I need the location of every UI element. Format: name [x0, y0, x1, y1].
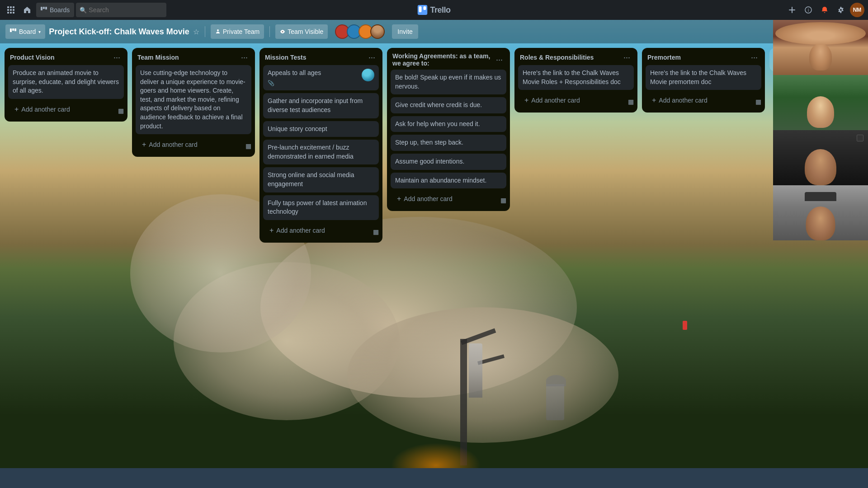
add-button[interactable]	[785, 3, 799, 17]
apps-button[interactable]	[4, 3, 18, 17]
template-button-working-agreements[interactable]: ▦	[499, 196, 508, 205]
template-button-roles[interactable]: ▦	[626, 97, 636, 106]
star-button[interactable]: ☆	[193, 28, 199, 36]
list-cards-mission-tests: Appeals to all ages 📎 Gather and incorpo…	[259, 65, 382, 223]
add-card-row-working-agreements: + Add another card ▦	[387, 191, 510, 211]
add-card-button-mission-tests[interactable]: + Add another card	[265, 224, 368, 238]
add-card-label: Add another card	[276, 227, 325, 234]
list-mission-tests: Mission Tests ··· Appeals to all ages 📎 …	[259, 48, 382, 243]
template-button-mission-tests[interactable]: ▦	[371, 227, 381, 236]
add-card-button-product-vision[interactable]: + Add another card	[10, 103, 113, 117]
board-dropdown-button[interactable]: Board ▾	[5, 24, 45, 39]
add-card-label: Add another card	[659, 97, 707, 104]
svg-rect-4	[10, 9, 12, 11]
template-button-product-vision[interactable]: ▦	[116, 106, 126, 115]
add-card-row-mission-tests: + Add another card ▦	[259, 223, 382, 243]
card-text: Unique story concept	[268, 125, 327, 132]
private-team-label: Private Team	[223, 28, 259, 35]
boards-button[interactable]: Boards	[36, 3, 74, 17]
card-roles-1[interactable]: Here's the link to the Chalk Waves Movie…	[518, 65, 634, 90]
list-cards-roles-responsibilities: Here's the link to the Chalk Waves Movie…	[514, 65, 637, 93]
list-menu-button-mission-tests[interactable]: ···	[367, 52, 377, 62]
add-card-row-roles: + Add another card ▦	[514, 93, 637, 113]
list-menu-button-roles-responsibilities[interactable]: ···	[622, 52, 632, 62]
card-mission-tests-2[interactable]: Gather and incorporate input from divers…	[263, 93, 379, 118]
list-menu-button-team-mission[interactable]: ···	[239, 52, 250, 62]
svg-rect-5	[13, 9, 14, 11]
card-working-agreements-5[interactable]: Assume good intentions.	[391, 154, 506, 170]
svg-rect-19	[12, 28, 14, 31]
board-content: Product Vision ··· Produce an animated m…	[0, 43, 868, 468]
svg-rect-11	[45, 7, 47, 9]
chevron-down-icon: ▾	[38, 29, 41, 34]
home-button[interactable]	[20, 3, 34, 17]
board-header: Board ▾ Project Kick-off: Chalk Waves Mo…	[0, 20, 868, 43]
card-product-vision-1[interactable]: Produce an animated movie to surprise, e…	[8, 65, 124, 99]
team-visible-button[interactable]: Team Visible	[275, 24, 328, 39]
user-avatar[interactable]: NM	[850, 3, 864, 17]
add-card-button-working-agreements[interactable]: + Add another card	[392, 192, 495, 206]
settings-button[interactable]	[834, 3, 848, 17]
card-working-agreements-6[interactable]: Maintain an abundance mindset.	[391, 173, 506, 189]
member-avatar-4[interactable]	[370, 24, 385, 39]
card-mission-tests-3[interactable]: Unique story concept	[263, 121, 379, 137]
add-card-row-premortem: + Add another card ▦	[642, 93, 765, 113]
template-button-team-mission[interactable]: ▦	[244, 141, 253, 150]
add-card-row-team-mission: + Add another card ▦	[132, 137, 255, 157]
list-header-premortem: Premortem ···	[642, 48, 765, 65]
card-text: Here's the link to the Chalk Waves Movie…	[650, 69, 746, 85]
boards-label: Boards	[50, 6, 70, 14]
card-premortem-1[interactable]: Here's the link to the Chalk Waves Movie…	[646, 65, 761, 90]
search-input[interactable]	[76, 3, 166, 17]
card-working-agreements-4[interactable]: Step up, then step back.	[391, 135, 506, 151]
video-tile-1[interactable]	[773, 20, 868, 75]
list-header-working-agreements: Working Agreements: as a team, we agree …	[387, 48, 510, 70]
svg-rect-10	[43, 7, 45, 9]
list-title-team-mission: Team Mission	[137, 54, 239, 61]
plus-icon: +	[142, 141, 146, 149]
divider	[205, 26, 205, 37]
card-text: Maintain an abundance mindset.	[395, 177, 486, 184]
video-tile-2[interactable]	[773, 75, 868, 130]
add-card-label: Add another card	[404, 195, 452, 202]
list-menu-button-working-agreements[interactable]: ···	[494, 55, 505, 65]
svg-rect-18	[10, 28, 12, 32]
video-tile-3[interactable]	[773, 130, 868, 185]
top-navigation: Boards 🔍 Trello i NM	[0, 0, 868, 20]
list-menu-button-product-vision[interactable]: ···	[112, 52, 122, 62]
add-card-button-roles[interactable]: + Add another card	[520, 94, 623, 108]
invite-button[interactable]: Invite	[392, 24, 418, 39]
card-mission-tests-6[interactable]: Fully taps power of latest animation tec…	[263, 195, 379, 220]
svg-point-21	[282, 31, 283, 33]
list-title-product-vision: Product Vision	[10, 54, 112, 61]
bell-button[interactable]	[817, 3, 832, 17]
search-wrapper: 🔍	[76, 3, 166, 17]
card-working-agreements-1[interactable]: Be bold! Speak up even if it makes us ne…	[391, 70, 506, 94]
card-mission-tests-1[interactable]: Appeals to all ages 📎	[263, 65, 379, 90]
lists-container: Product Vision ··· Produce an animated m…	[5, 48, 863, 468]
plus-icon: +	[397, 195, 401, 203]
list-title-mission-tests: Mission Tests	[265, 54, 367, 61]
card-mission-tests-4[interactable]: Pre-launch excitement / buzz demonstrate…	[263, 140, 379, 164]
team-visible-label: Team Visible	[288, 28, 323, 35]
add-card-button-premortem[interactable]: + Add another card	[647, 94, 750, 108]
card-text: Here's the link to the Chalk Waves Movie…	[523, 69, 621, 85]
plus-icon: +	[652, 96, 656, 104]
list-title-roles-responsibilities: Roles & Responsibilities	[520, 54, 622, 61]
plus-icon: +	[269, 226, 274, 235]
svg-rect-8	[13, 12, 14, 14]
list-title-working-agreements: Working Agreements: as a team, we agree …	[392, 52, 494, 67]
template-button-premortem[interactable]: ▦	[754, 97, 763, 106]
card-working-agreements-2[interactable]: Give credit where credit is due.	[391, 97, 506, 113]
card-text: Be bold! Speak up even if it makes us ne…	[395, 74, 501, 90]
info-button[interactable]: i	[801, 3, 816, 17]
nav-right: i NM	[785, 3, 864, 17]
card-mission-tests-5[interactable]: Strong online and social media engagemen…	[263, 167, 379, 192]
card-team-mission-1[interactable]: Use cutting-edge technology to deliver a…	[136, 65, 251, 134]
add-card-button-team-mission[interactable]: + Add another card	[137, 138, 240, 152]
video-tile-4[interactable]	[773, 185, 868, 240]
card-working-agreements-3[interactable]: Ask for help when you need it.	[391, 116, 506, 132]
list-menu-button-premortem[interactable]: ···	[749, 52, 760, 62]
list-premortem: Premortem ··· Here's the link to the Cha…	[642, 48, 765, 113]
private-team-button[interactable]: Private Team	[211, 24, 264, 39]
